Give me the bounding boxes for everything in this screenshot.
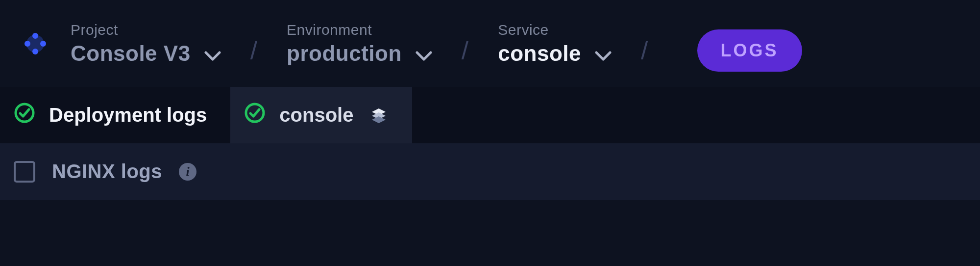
option-row-nginx-logs: NGINX logs i: [0, 143, 980, 200]
breadcrumb-service-value: console: [498, 41, 581, 66]
breadcrumb-environment-label: Environment: [287, 22, 432, 38]
breadcrumb-bar: Project Console V3 / Environment product…: [0, 0, 980, 87]
chevron-down-icon[interactable]: [595, 46, 612, 61]
nginx-logs-label: NGINX logs: [52, 160, 162, 183]
breadcrumb-project-label: Project: [71, 22, 221, 38]
breadcrumb-separator: /: [221, 22, 287, 65]
breadcrumb-separator: /: [612, 22, 677, 65]
tab-bar: Deployment logs console: [0, 87, 980, 143]
content-area: [0, 200, 980, 266]
tab-label: console: [279, 104, 353, 126]
breadcrumb-environment[interactable]: Environment production: [287, 22, 432, 66]
breadcrumb-separator: /: [432, 22, 498, 65]
svg-point-4: [40, 41, 46, 47]
svg-point-1: [32, 33, 38, 39]
info-icon[interactable]: i: [179, 163, 196, 181]
tab-console[interactable]: console: [230, 87, 412, 143]
chevron-down-icon[interactable]: [416, 46, 432, 61]
checkmark-circle-icon: [14, 102, 35, 128]
app-logo[interactable]: [20, 28, 51, 59]
checkmark-circle-icon: [244, 102, 266, 128]
tab-label: Deployment logs: [49, 104, 207, 126]
svg-point-2: [32, 49, 38, 54]
logs-badge[interactable]: LOGS: [697, 29, 802, 72]
chevron-down-icon[interactable]: [204, 46, 221, 61]
svg-point-3: [24, 41, 30, 47]
svg-marker-9: [372, 116, 386, 123]
breadcrumb-service[interactable]: Service console: [498, 22, 612, 66]
breadcrumb-project[interactable]: Project Console V3: [71, 22, 221, 66]
breadcrumb-environment-value: production: [287, 41, 402, 66]
nginx-logs-checkbox[interactable]: [14, 161, 35, 183]
breadcrumb-service-label: Service: [498, 22, 612, 38]
tab-deployment-logs[interactable]: Deployment logs: [0, 87, 230, 143]
breadcrumb-project-value: Console V3: [71, 41, 191, 66]
stack-icon: [369, 106, 389, 125]
app-logo-icon: [21, 29, 50, 58]
